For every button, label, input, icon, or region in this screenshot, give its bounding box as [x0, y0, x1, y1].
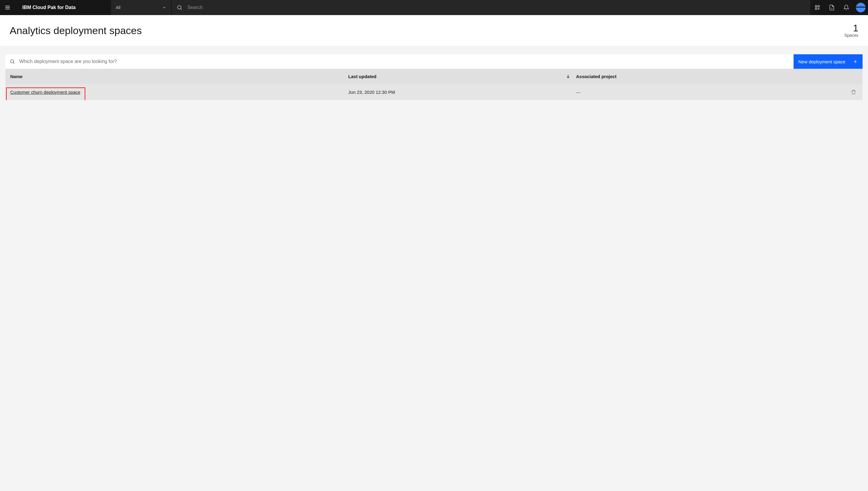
- table-header: Name Last updated Associated project: [5, 69, 863, 84]
- search-input[interactable]: [187, 5, 805, 10]
- filter-input-wrapper: [5, 54, 794, 69]
- filter-dropdown-label: All: [116, 5, 121, 10]
- arrow-down-icon: [566, 74, 570, 79]
- plus-icon: [853, 59, 858, 64]
- space-name-link[interactable]: Customer churn deployment space: [10, 90, 81, 95]
- docs-button[interactable]: [825, 0, 839, 15]
- svg-line-12: [13, 62, 14, 64]
- table-row: Customer churn deployment space Customer…: [5, 84, 863, 100]
- global-search[interactable]: [172, 0, 810, 15]
- chevron-down-icon: [162, 5, 166, 10]
- spaces-count: 1 Spaces: [844, 23, 858, 38]
- column-header-updated[interactable]: Last updated: [348, 74, 576, 79]
- page-title: Analytics deployment spaces: [10, 25, 142, 36]
- toolbar: New deployment space: [5, 54, 863, 69]
- filter-input[interactable]: [19, 59, 789, 64]
- brand-title: IBM Cloud Pak for Data: [15, 5, 111, 10]
- spaces-count-number: 1: [844, 23, 858, 33]
- svg-point-11: [10, 60, 14, 63]
- svg-rect-6: [818, 5, 819, 7]
- document-icon: [829, 4, 835, 10]
- user-avatar[interactable]: [854, 0, 868, 15]
- column-header-name[interactable]: Name: [5, 74, 348, 79]
- delete-button[interactable]: [844, 90, 863, 94]
- hamburger-icon: [4, 4, 10, 10]
- new-deployment-space-button[interactable]: New deployment space: [794, 54, 863, 69]
- svg-point-3: [178, 5, 181, 9]
- avatar-icon: [856, 3, 866, 12]
- svg-rect-7: [815, 8, 817, 10]
- svg-line-4: [181, 8, 182, 10]
- filter-dropdown[interactable]: All: [111, 0, 171, 15]
- svg-rect-5: [815, 5, 817, 7]
- spaces-table: Name Last updated Associated project Cus…: [5, 69, 863, 100]
- cell-updated: Jun 23, 2020 12:30 PM: [348, 90, 576, 95]
- notifications-button[interactable]: [839, 0, 854, 15]
- search-icon: [10, 59, 15, 64]
- spaces-count-label: Spaces: [844, 33, 858, 38]
- topbar: IBM Cloud Pak for Data All: [0, 0, 868, 15]
- bell-icon: [843, 4, 849, 10]
- apps-button[interactable]: [810, 0, 825, 15]
- cell-project: —: [575, 90, 844, 95]
- column-header-project[interactable]: Associated project: [575, 74, 844, 79]
- topbar-actions: [810, 0, 868, 15]
- main-content: New deployment space Name Last updated A…: [0, 46, 868, 100]
- search-icon: [177, 4, 183, 10]
- cell-name: Customer churn deployment space Customer…: [5, 90, 348, 95]
- page-header: Analytics deployment spaces 1 Spaces: [0, 15, 868, 46]
- apps-icon: [814, 4, 820, 10]
- hamburger-menu[interactable]: [0, 0, 15, 15]
- trash-icon: [851, 90, 856, 94]
- new-button-label: New deployment space: [798, 59, 845, 64]
